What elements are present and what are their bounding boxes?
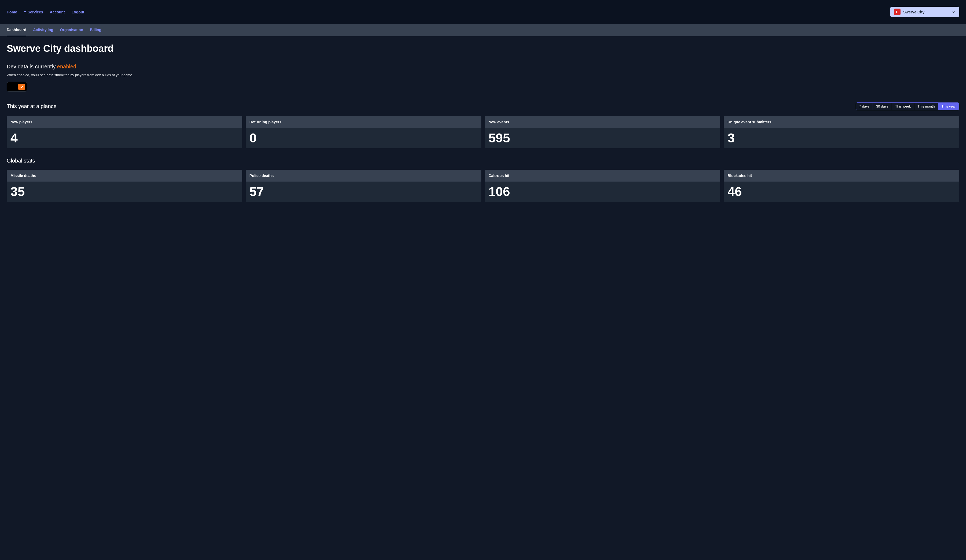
game-selector-left: L Swerve City xyxy=(894,8,925,15)
tab-billing[interactable]: Billing xyxy=(90,24,102,36)
dev-data-prefix: Dev data is currently xyxy=(7,64,57,69)
time-range-7days[interactable]: 7 days xyxy=(856,103,873,110)
dev-data-toggle[interactable] xyxy=(7,82,27,92)
stat-label: Unique event submitters xyxy=(724,116,959,128)
stat-card-unique-submitters: Unique event submitters 3 xyxy=(724,116,959,148)
dev-data-description: When enabled, you'll see data submitted … xyxy=(7,73,959,77)
stat-label: Missile deaths xyxy=(7,170,242,182)
global-stats-title: Global stats xyxy=(7,158,959,164)
time-range-this-month[interactable]: This month xyxy=(914,103,938,110)
stat-card-caltrops-hit: Caltrops hit 106 xyxy=(485,170,720,202)
nav-services[interactable]: Services xyxy=(24,10,43,14)
glance-stat-grid: New players 4 Returning players 0 New ev… xyxy=(7,116,959,148)
chevron-down-icon xyxy=(952,10,956,14)
tab-activity-log[interactable]: Activity log xyxy=(33,24,53,36)
time-range-30days[interactable]: 30 days xyxy=(873,103,892,110)
toggle-thumb xyxy=(18,84,25,90)
game-badge: L xyxy=(894,8,900,15)
nav-left: Home Services Account Logout xyxy=(7,10,84,14)
top-nav: Home Services Account Logout L Swerve Ci… xyxy=(0,0,966,24)
sub-nav: Dashboard Activity log Organisation Bill… xyxy=(0,24,966,36)
dev-data-status: enabled xyxy=(57,64,76,69)
stat-label: New events xyxy=(485,116,720,128)
stat-value: 106 xyxy=(485,182,720,202)
stat-card-police-deaths: Police deaths 57 xyxy=(246,170,481,202)
tab-dashboard[interactable]: Dashboard xyxy=(7,24,26,36)
stat-label: Caltrops hit xyxy=(485,170,720,182)
glance-title: This year at a glance xyxy=(7,103,57,110)
stat-label: Police deaths xyxy=(246,170,481,182)
stat-value: 3 xyxy=(724,128,959,148)
stat-value: 4 xyxy=(7,128,242,148)
game-selector[interactable]: L Swerve City xyxy=(890,7,959,17)
nav-logout[interactable]: Logout xyxy=(72,10,84,14)
stat-card-new-events: New events 595 xyxy=(485,116,720,148)
stat-value: 0 xyxy=(246,128,481,148)
main-content: Swerve City dashboard Dev data is curren… xyxy=(0,36,966,218)
stat-card-new-players: New players 4 xyxy=(7,116,242,148)
game-name: Swerve City xyxy=(903,10,925,14)
time-range-this-year[interactable]: This year xyxy=(938,103,959,110)
tab-organisation[interactable]: Organisation xyxy=(60,24,83,36)
nav-home[interactable]: Home xyxy=(7,10,17,14)
stat-card-missile-deaths: Missile deaths 35 xyxy=(7,170,242,202)
nav-services-label: Services xyxy=(28,10,43,14)
stat-label: New players xyxy=(7,116,242,128)
page-title: Swerve City dashboard xyxy=(7,43,959,54)
stat-label: Blockades hit xyxy=(724,170,959,182)
check-icon xyxy=(20,85,24,89)
stat-card-blockades-hit: Blockades hit 46 xyxy=(724,170,959,202)
global-stat-grid: Missile deaths 35 Police deaths 57 Caltr… xyxy=(7,170,959,202)
dev-data-heading: Dev data is currently enabled xyxy=(7,64,959,70)
stat-value: 595 xyxy=(485,128,720,148)
stat-value: 35 xyxy=(7,182,242,202)
caret-down-icon xyxy=(24,11,26,13)
time-range-group: 7 days 30 days This week This month This… xyxy=(856,102,959,110)
stat-value: 46 xyxy=(724,182,959,202)
nav-account[interactable]: Account xyxy=(50,10,65,14)
stat-label: Returning players xyxy=(246,116,481,128)
stat-value: 57 xyxy=(246,182,481,202)
stat-card-returning-players: Returning players 0 xyxy=(246,116,481,148)
time-range-this-week[interactable]: This week xyxy=(892,103,915,110)
glance-header: This year at a glance 7 days 30 days Thi… xyxy=(7,102,959,110)
